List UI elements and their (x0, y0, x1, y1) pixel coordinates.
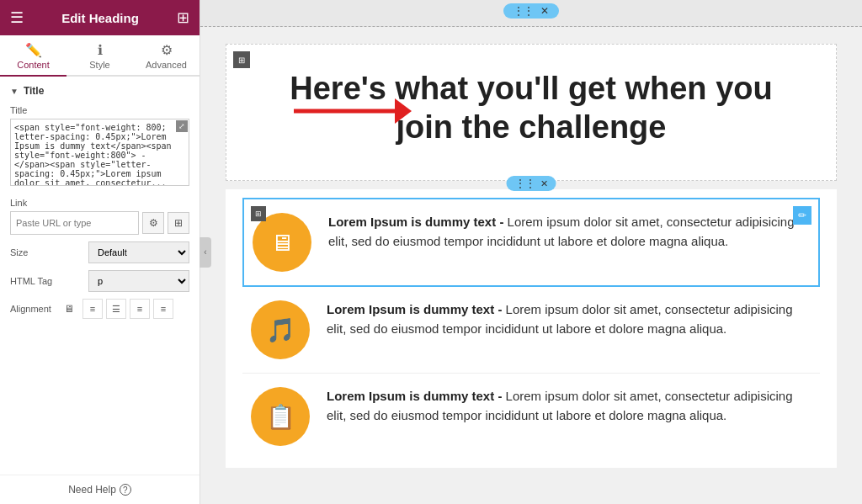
topbar-close-button[interactable]: ✕ (540, 5, 549, 17)
items-section-header: ⋮⋮ ✕ (507, 176, 556, 191)
textarea-expand-icon[interactable]: ⤢ (176, 120, 188, 132)
hamburger-icon[interactable]: ☰ (10, 8, 24, 27)
link-settings-button[interactable]: ⚙ (142, 212, 164, 234)
link-row: ⚙ ⊞ (10, 211, 189, 235)
topbar-handle: ⋮⋮ ✕ (503, 3, 559, 19)
feature-item-1[interactable]: ⊞ 🖥 Lorem Ipsum is dummy text - Lorem ip… (242, 198, 820, 287)
alignment-label: Alignment (10, 304, 61, 314)
tab-content[interactable]: ✏️ Content (0, 35, 67, 77)
align-right-icon[interactable]: ≡ (130, 299, 150, 319)
align-center-icon[interactable]: ☰ (106, 299, 126, 319)
tab-advanced-label: Advanced (146, 60, 187, 70)
collapse-handle[interactable]: ‹ (200, 237, 211, 268)
need-help-section[interactable]: Need Help ? (0, 475, 200, 504)
title-field-label: Title (10, 105, 189, 115)
canvas-area: ⊞ Here's what you'll get when you join t… (200, 27, 862, 504)
title-textarea[interactable]: <span style="font-weight: 800; letter-sp… (10, 119, 189, 186)
item-3-icon: 📋 (251, 387, 310, 446)
size-row: Size Default (10, 241, 189, 263)
tab-style-label: Style (89, 60, 109, 70)
item-1-icon: 🖥 (253, 213, 311, 272)
items-move-icon: ⋮⋮ (515, 178, 535, 189)
title-section-header: ▼ Title (10, 85, 189, 97)
item-3-text: Lorem Ipsum is dummy text - Lorem ipsum … (327, 387, 811, 425)
style-icon: ℹ (98, 42, 103, 58)
item-2-bold: Lorem Ipsum is dummy text - (327, 302, 502, 316)
heading-block: ⊞ Here's what you'll get when you join t… (226, 44, 837, 181)
item-3-bold: Lorem Ipsum is dummy text - (327, 389, 502, 403)
link-grid-button[interactable]: ⊞ (168, 212, 189, 234)
main-topbar: ⋮⋮ ✕ (200, 0, 862, 27)
tab-content-label: Content (17, 60, 50, 70)
sidebar-content: ▼ Title Title <span style="font-weight: … (0, 77, 200, 475)
html-tag-select[interactable]: p (88, 270, 189, 292)
topbar-move-icon: ⋮⋮ (513, 5, 534, 17)
item-1-edit-button[interactable]: ✏ (793, 206, 811, 225)
content-icon: ✏️ (25, 42, 42, 58)
red-arrow (277, 90, 412, 135)
grid-icon[interactable]: ⊞ (177, 8, 189, 27)
items-section: ⋮⋮ ✕ ⊞ 🖥 Lorem Ipsum is dummy text - Lor… (226, 189, 837, 468)
size-select[interactable]: Default (88, 241, 189, 263)
heading-block-handle[interactable]: ⊞ (233, 51, 250, 68)
item-1-text: Lorem Ipsum is dummy text - Lorem ipsum … (328, 213, 810, 251)
title-textarea-wrapper: <span style="font-weight: 800; letter-sp… (10, 119, 189, 189)
align-left-icon[interactable]: ≡ (82, 299, 103, 319)
alignment-row: Alignment 🖥 ≡ ☰ ≡ ≡ (10, 299, 189, 319)
main-canvas-area: ⋮⋮ ✕ ⊞ Here's what you'll get when you j… (200, 0, 862, 504)
monitor-icon: 🖥 (64, 303, 74, 315)
feature-item-3[interactable]: 📋 Lorem Ipsum is dummy text - Lorem ipsu… (242, 374, 820, 459)
section-title-label: Title (24, 85, 44, 97)
sidebar-tabs: ✏️ Content ℹ Style ⚙ Advanced (0, 35, 200, 77)
svg-marker-1 (395, 98, 412, 124)
align-justify-icon[interactable]: ≡ (153, 299, 173, 319)
tab-advanced[interactable]: ⚙ Advanced (133, 35, 200, 77)
item-1-bold: Lorem Ipsum is dummy text - (328, 215, 503, 229)
sidebar-header: ☰ Edit Heading ⊞ (0, 0, 200, 35)
link-field-label: Link (10, 198, 189, 208)
alignment-icons: ≡ ☰ ≡ ≡ (82, 299, 173, 319)
item-1-handle[interactable]: ⊞ (251, 206, 266, 221)
chevron-icon: ▼ (10, 87, 19, 96)
tab-style[interactable]: ℹ Style (67, 35, 133, 77)
link-input[interactable] (10, 211, 139, 235)
sidebar: ☰ Edit Heading ⊞ ✏️ Content ℹ Style ⚙ Ad… (0, 0, 200, 504)
html-tag-row: HTML Tag p (10, 270, 189, 292)
items-close-button[interactable]: ✕ (540, 178, 548, 189)
item-2-text: Lorem Ipsum is dummy text - Lorem ipsum … (327, 300, 811, 338)
size-label: Size (10, 247, 61, 257)
need-help-label: Need Help (68, 484, 116, 496)
item-2-icon: 🎵 (251, 300, 310, 359)
sidebar-title: Edit Heading (61, 11, 139, 25)
html-tag-label: HTML Tag (10, 276, 61, 286)
help-icon: ? (120, 484, 131, 496)
feature-item-2[interactable]: 🎵 Lorem Ipsum is dummy text - Lorem ipsu… (242, 287, 820, 374)
advanced-icon: ⚙ (161, 42, 173, 58)
